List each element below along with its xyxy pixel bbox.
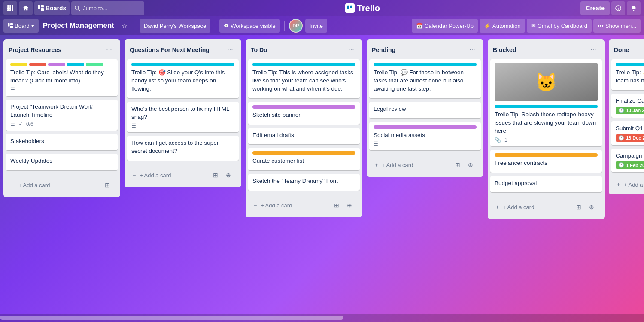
add-card-label: + Add a card: [261, 202, 292, 209]
column-menu-btn[interactable]: ···: [345, 44, 357, 56]
card-td5[interactable]: Sketch the "Teamy Dreamy" Font: [248, 174, 360, 191]
card-text: Legal review: [374, 105, 477, 113]
card-labels-row: [10, 63, 113, 66]
card-do1[interactable]: Trello Tip: ✨ For all your fir... team h…: [611, 59, 644, 90]
card-bl2[interactable]: Freelancer contracts: [490, 150, 602, 173]
card-pr1[interactable]: Trello Tip: Card labels! What do they me…: [6, 59, 118, 96]
info-icon-btn[interactable]: i: [611, 1, 625, 15]
card-pe2[interactable]: Legal review: [369, 102, 481, 118]
card-pe3[interactable]: Social media assets ☰: [369, 122, 481, 151]
add-card-label: + Add a card: [382, 162, 413, 168]
star-btn[interactable]: ☆: [118, 20, 131, 32]
home-icon-btn[interactable]: [19, 1, 33, 15]
divider-3: [284, 21, 285, 31]
notifications-icon-btn[interactable]: [627, 1, 641, 15]
svg-rect-21: [10, 26, 13, 28]
card-pr3[interactable]: Stakeholders: [6, 134, 118, 151]
column-blocked: Blocked ··· 🐱 Trello Tip: Splash those r…: [488, 39, 605, 219]
column-menu-btn[interactable]: ···: [103, 44, 115, 56]
workspace-visible-label: Workspace visible: [231, 23, 276, 29]
add-card-template-icon[interactable]: ⊞: [101, 179, 113, 191]
add-card-extra-icon[interactable]: ⊕: [222, 169, 234, 181]
card-bl3[interactable]: Budget approval: [490, 176, 602, 193]
card-do3[interactable]: Submit Q1 re... 🕐 18 Dec 201...: [611, 121, 644, 145]
column-header-qnm: Questions For Next Meeting ···: [125, 39, 241, 59]
column-menu-btn[interactable]: ···: [466, 44, 478, 56]
column-header-pending: Pending ···: [367, 39, 483, 59]
card-label-bar: [252, 63, 355, 66]
add-card-right: ⊞ ⊕: [331, 199, 355, 211]
avatar[interactable]: DP: [289, 19, 303, 33]
column-title: Pending: [372, 46, 466, 53]
board-title: Project Management: [41, 21, 116, 30]
add-card-label: + Add a card: [503, 204, 534, 210]
column-cards-done: Trello Tip: ✨ For all your fir... team h…: [609, 59, 644, 176]
column-header-blocked: Blocked ···: [488, 39, 605, 59]
board-menu-btn[interactable]: Board ▾: [3, 19, 39, 33]
gmail-btn[interactable]: ✉ Gmail by Cardboard: [527, 19, 592, 33]
add-card-template-icon[interactable]: ⊞: [452, 159, 464, 171]
card-text: Weekly Updates: [10, 157, 113, 165]
card-qm1[interactable]: Trello Tip: 🎯 Slide your Q's into this h…: [127, 59, 239, 98]
invite-btn[interactable]: Invite: [305, 19, 327, 33]
column-pending: Pending ··· Trello Tip: 💬 For those in-b…: [367, 39, 483, 177]
card-pe1[interactable]: Trello Tip: 💬 For those in-between tasks…: [369, 59, 481, 98]
svg-rect-4: [9, 7, 11, 9]
card-td3[interactable]: Edit email drafts: [248, 128, 360, 145]
card-td4[interactable]: Curate customer list: [248, 148, 360, 170]
column-menu-btn[interactable]: ···: [587, 44, 599, 56]
add-card-extra-icon[interactable]: ⊕: [465, 159, 477, 171]
bottom-scrollbar[interactable]: [0, 314, 644, 322]
board-label: Board: [15, 23, 30, 29]
boards-btn[interactable]: Boards: [34, 1, 70, 15]
add-card-extra-icon[interactable]: ⊕: [586, 201, 598, 213]
more-btn[interactable]: ••• Show men...: [593, 19, 641, 33]
apps-icon-btn[interactable]: [3, 1, 17, 15]
add-card-btn[interactable]: ＋ + Add a card ⊞ ⊕: [248, 196, 360, 215]
column-cards-pending: Trello Tip: 💬 For those in-between tasks…: [367, 59, 483, 154]
add-icon: ＋: [374, 161, 379, 169]
card-qm2[interactable]: Who's the best person to fix my HTML sna…: [127, 102, 239, 133]
attachment-icon: 📎: [495, 137, 501, 143]
card-pr4[interactable]: Weekly Updates: [6, 154, 118, 170]
svg-point-12: [75, 6, 79, 9]
add-card-template-icon[interactable]: ⊞: [331, 199, 343, 211]
add-card-extra-icon[interactable]: ⊕: [343, 199, 355, 211]
add-card-btn[interactable]: ＋ + Add a card ⊞ ⊕: [490, 197, 602, 216]
calendar-btn[interactable]: 📅 Calendar Power-Up: [412, 19, 478, 33]
label-yellow: [10, 63, 27, 66]
label-green: [86, 63, 103, 66]
workspace-visible-btn[interactable]: Workspace visible: [219, 19, 280, 33]
add-card-btn[interactable]: ＋ + Add a ca...: [611, 177, 644, 192]
card-do4[interactable]: Campaign Pro... 🕐 1 Feb 2020: [611, 149, 644, 173]
add-card-btn[interactable]: ＋ + Add a card ⊞ ⊕: [369, 155, 481, 174]
card-do2[interactable]: Finalize Camp Dream Work 🕐 10 Jan 2020: [611, 94, 644, 118]
column-header-todo: To Do ···: [246, 39, 362, 59]
card-text: Curate customer list: [252, 157, 355, 165]
card-pr2[interactable]: Project "Teamwork Dream Work" Launch Tim…: [6, 100, 118, 131]
card-bl1[interactable]: 🐱 Trello Tip: Splash those redtape-heavy…: [490, 59, 602, 146]
column-title: Project Resources: [9, 46, 103, 53]
add-card-btn[interactable]: ＋ + Add a card ⊞ ⊕: [127, 166, 239, 185]
svg-rect-19: [8, 23, 10, 27]
card-text: Freelancer contracts: [495, 159, 598, 167]
card-text: Who's the best person to fix my HTML sna…: [131, 105, 234, 122]
card-td1[interactable]: Trello Tip: This is where assigned tasks…: [248, 59, 360, 98]
add-icon: ＋: [616, 181, 621, 188]
automation-btn[interactable]: ⚡ Automation: [480, 19, 525, 33]
automation-icon: ⚡: [484, 23, 491, 29]
boards-label: Boards: [46, 5, 66, 12]
column-menu-btn[interactable]: ···: [224, 44, 236, 56]
workspace-btn[interactable]: David Perry's Workspace: [140, 19, 210, 33]
card-text: Campaign Pro...: [616, 152, 644, 160]
search-bar[interactable]: Jump to...: [71, 1, 144, 15]
column-questions-next-meeting: Questions For Next Meeting ··· Trello Ti…: [125, 39, 241, 187]
add-card-template-icon[interactable]: ⊞: [210, 169, 222, 181]
card-qm3[interactable]: How can I get access to the super secret…: [127, 136, 239, 161]
card-td2[interactable]: Sketch site banner: [248, 102, 360, 125]
add-card-btn[interactable]: ＋ + Add a card ⊞: [6, 176, 118, 194]
add-card-template-icon[interactable]: ⊞: [573, 201, 585, 213]
column-cards-blocked: 🐱 Trello Tip: Splash those redtape-heavy…: [488, 59, 605, 196]
create-btn[interactable]: Create: [580, 1, 610, 15]
add-card-label: + Add a card: [18, 182, 50, 188]
